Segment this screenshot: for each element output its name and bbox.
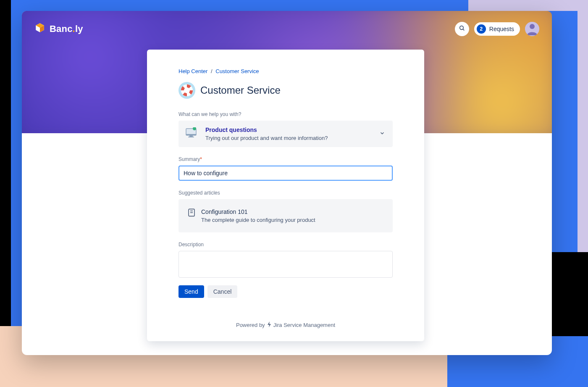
suggested-title: Configuration 101: [201, 208, 315, 215]
topbar: Banc.ly 2 Requests: [22, 11, 552, 36]
suggested-article[interactable]: Configuration 101 The complete guide to …: [178, 199, 393, 232]
search-button[interactable]: [455, 22, 469, 36]
svg-point-6: [184, 88, 189, 93]
requests-button[interactable]: 2 Requests: [474, 22, 520, 36]
request-form-card: Help Center / Customer Service: [147, 50, 424, 341]
requests-count-badge: 2: [477, 24, 486, 34]
breadcrumb-page[interactable]: Customer Service: [215, 68, 259, 74]
suggested-subtitle: The complete guide to configuring your p…: [201, 217, 315, 223]
summary-input[interactable]: [178, 166, 393, 181]
summary-label: Summary*: [178, 156, 393, 162]
page-title: Customer Service: [200, 84, 281, 96]
svg-rect-8: [186, 134, 196, 135]
chevron-down-icon: [379, 130, 385, 138]
monitor-icon: [186, 127, 198, 140]
svg-rect-10: [188, 137, 194, 137]
svg-point-3: [530, 24, 535, 29]
request-type-subtitle: Trying out our product and want more inf…: [205, 135, 328, 141]
help-with-label: What can we help you with?: [178, 111, 393, 117]
article-icon: [188, 208, 195, 223]
breadcrumb-root[interactable]: Help Center: [178, 68, 207, 74]
request-type-title: Product questions: [205, 126, 328, 133]
cancel-button[interactable]: Cancel: [207, 285, 238, 298]
breadcrumb: Help Center / Customer Service: [178, 68, 393, 74]
requests-label: Requests: [489, 26, 514, 32]
powered-by: Powered by Jira Service Management: [178, 321, 393, 329]
search-icon: [459, 25, 465, 33]
suggested-articles-label: Suggested articles: [178, 190, 393, 196]
brand-logo[interactable]: Banc.ly: [34, 22, 83, 36]
avatar[interactable]: [525, 22, 539, 36]
app-window: Banc.ly 2 Requests: [22, 11, 552, 355]
avatar-icon: [525, 22, 539, 36]
send-button[interactable]: Send: [178, 285, 204, 298]
svg-rect-9: [189, 135, 193, 137]
jira-bolt-icon: [267, 321, 272, 329]
svg-point-0: [460, 26, 464, 30]
description-textarea[interactable]: [178, 251, 393, 278]
svg-line-1: [463, 29, 464, 30]
lifering-icon: [178, 82, 195, 99]
brand-cube-icon: [34, 22, 45, 36]
request-type-select[interactable]: Product questions Trying out our product…: [178, 121, 393, 147]
brand-name: Banc.ly: [50, 24, 83, 34]
description-label: Description: [178, 242, 393, 247]
